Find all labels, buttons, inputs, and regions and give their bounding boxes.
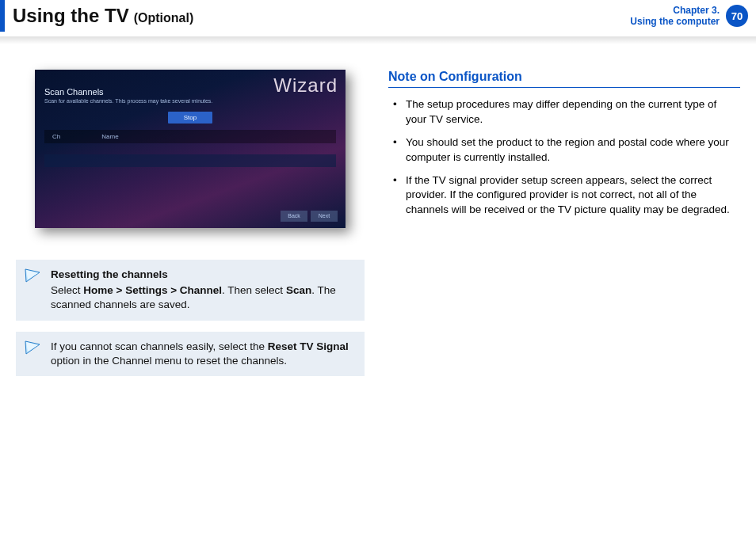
note2-post: option in the Channel menu to reset the … <box>51 355 287 367</box>
note1-title: Resetting the channels <box>51 268 355 282</box>
wizard-back-button: Back <box>281 211 307 222</box>
wizard-column-headers: Ch Name <box>44 130 336 143</box>
note-icon <box>24 340 41 359</box>
note2-pre: If you cannot scan channels easily, sele… <box>51 340 268 352</box>
note1-scan: Scan <box>286 284 311 296</box>
note1-path: Home > Settings > Channel <box>83 284 222 296</box>
config-heading: Note on Configuration <box>388 70 740 88</box>
wizard-next-button: Next <box>311 211 338 222</box>
page-number-badge: 70 <box>726 5 748 27</box>
wizard-screenshot: Wizard Scan Channels Scan for available … <box>35 70 346 228</box>
config-bullet: The setup procedures may differ dependin… <box>388 97 740 127</box>
page-header: Using the TV (Optional) Chapter 3. Using… <box>0 0 756 32</box>
wizard-stop-button: Stop <box>168 112 212 124</box>
wizard-label: Wizard <box>273 74 338 97</box>
note1-mid: . Then select <box>222 284 286 296</box>
note-reset-signal: If you cannot scan channels easily, sele… <box>16 332 365 376</box>
note-icon <box>24 268 41 287</box>
page-subtitle: (Optional) <box>134 2 194 34</box>
note2-option: Reset TV Signal <box>268 340 349 352</box>
chapter-line1: Chapter 3. <box>630 5 720 16</box>
chapter-info: Chapter 3. Using the computer 70 <box>630 5 748 28</box>
header-shadow <box>0 36 756 44</box>
config-bullet: You should set the product to the region… <box>388 135 740 165</box>
page-title: Using the TV <box>13 0 129 32</box>
note-resetting-channels: Resetting the channels Select Home > Set… <box>16 260 365 321</box>
note1-pre: Select <box>51 284 83 296</box>
wizard-row <box>44 154 336 167</box>
title-block: Using the TV (Optional) <box>0 0 193 32</box>
wizard-col-ch: Ch <box>52 133 100 140</box>
config-bullets: The setup procedures may differ dependin… <box>388 97 740 218</box>
config-bullet: If the TV signal provider setup screen a… <box>388 173 740 219</box>
chapter-line2: Using the computer <box>630 16 720 27</box>
wizard-col-name: Name <box>101 133 118 140</box>
wizard-scan-subtitle: Scan for available channels. This proces… <box>44 98 336 104</box>
